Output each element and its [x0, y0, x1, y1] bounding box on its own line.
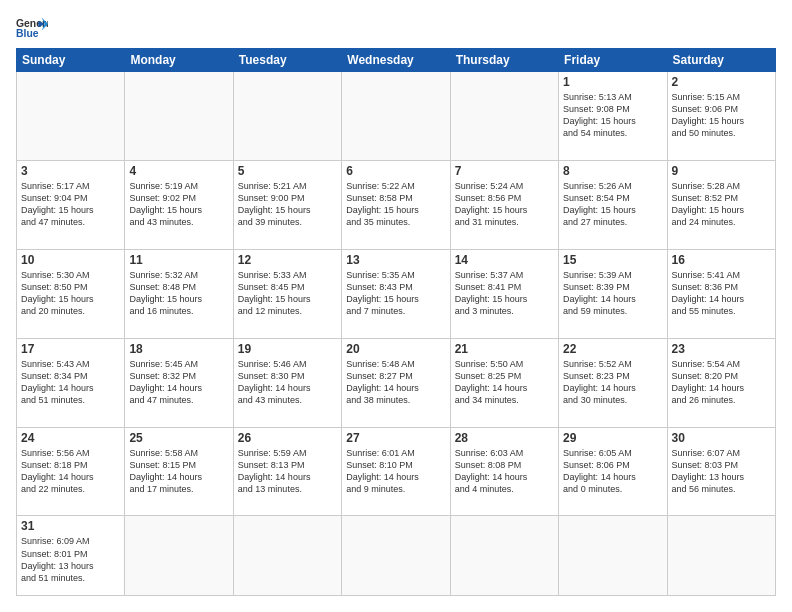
calendar-cell: 15Sunrise: 5:39 AM Sunset: 8:39 PM Dayli…	[559, 249, 667, 338]
calendar-cell: 7Sunrise: 5:24 AM Sunset: 8:56 PM Daylig…	[450, 160, 558, 249]
weekday-header-sunday: Sunday	[17, 49, 125, 72]
day-number: 3	[21, 164, 120, 178]
day-number: 23	[672, 342, 771, 356]
calendar-cell	[342, 72, 450, 161]
day-number: 17	[21, 342, 120, 356]
cell-content: Sunrise: 5:19 AM Sunset: 9:02 PM Dayligh…	[129, 180, 228, 229]
cell-content: Sunrise: 5:46 AM Sunset: 8:30 PM Dayligh…	[238, 358, 337, 407]
cell-content: Sunrise: 6:01 AM Sunset: 8:10 PM Dayligh…	[346, 447, 445, 496]
calendar-cell: 12Sunrise: 5:33 AM Sunset: 8:45 PM Dayli…	[233, 249, 341, 338]
day-number: 30	[672, 431, 771, 445]
cell-content: Sunrise: 5:22 AM Sunset: 8:58 PM Dayligh…	[346, 180, 445, 229]
general-blue-icon: General Blue	[16, 16, 48, 40]
day-number: 13	[346, 253, 445, 267]
calendar-cell: 24Sunrise: 5:56 AM Sunset: 8:18 PM Dayli…	[17, 427, 125, 516]
week-row-4: 24Sunrise: 5:56 AM Sunset: 8:18 PM Dayli…	[17, 427, 776, 516]
calendar-cell	[233, 516, 341, 596]
cell-content: Sunrise: 5:15 AM Sunset: 9:06 PM Dayligh…	[672, 91, 771, 140]
calendar-cell: 10Sunrise: 5:30 AM Sunset: 8:50 PM Dayli…	[17, 249, 125, 338]
day-number: 4	[129, 164, 228, 178]
calendar-cell: 27Sunrise: 6:01 AM Sunset: 8:10 PM Dayli…	[342, 427, 450, 516]
calendar-cell	[125, 516, 233, 596]
day-number: 11	[129, 253, 228, 267]
calendar-cell: 31Sunrise: 6:09 AM Sunset: 8:01 PM Dayli…	[17, 516, 125, 596]
cell-content: Sunrise: 6:09 AM Sunset: 8:01 PM Dayligh…	[21, 535, 120, 584]
calendar-cell: 29Sunrise: 6:05 AM Sunset: 8:06 PM Dayli…	[559, 427, 667, 516]
day-number: 10	[21, 253, 120, 267]
day-number: 1	[563, 75, 662, 89]
week-row-5: 31Sunrise: 6:09 AM Sunset: 8:01 PM Dayli…	[17, 516, 776, 596]
calendar-cell: 6Sunrise: 5:22 AM Sunset: 8:58 PM Daylig…	[342, 160, 450, 249]
cell-content: Sunrise: 5:39 AM Sunset: 8:39 PM Dayligh…	[563, 269, 662, 318]
day-number: 12	[238, 253, 337, 267]
calendar-cell: 4Sunrise: 5:19 AM Sunset: 9:02 PM Daylig…	[125, 160, 233, 249]
day-number: 18	[129, 342, 228, 356]
cell-content: Sunrise: 5:24 AM Sunset: 8:56 PM Dayligh…	[455, 180, 554, 229]
calendar-table: SundayMondayTuesdayWednesdayThursdayFrid…	[16, 48, 776, 596]
calendar-cell	[450, 72, 558, 161]
cell-content: Sunrise: 5:56 AM Sunset: 8:18 PM Dayligh…	[21, 447, 120, 496]
day-number: 14	[455, 253, 554, 267]
cell-content: Sunrise: 6:07 AM Sunset: 8:03 PM Dayligh…	[672, 447, 771, 496]
day-number: 20	[346, 342, 445, 356]
calendar-cell: 1Sunrise: 5:13 AM Sunset: 9:08 PM Daylig…	[559, 72, 667, 161]
calendar-cell: 28Sunrise: 6:03 AM Sunset: 8:08 PM Dayli…	[450, 427, 558, 516]
cell-content: Sunrise: 5:35 AM Sunset: 8:43 PM Dayligh…	[346, 269, 445, 318]
calendar-cell: 26Sunrise: 5:59 AM Sunset: 8:13 PM Dayli…	[233, 427, 341, 516]
weekday-header-tuesday: Tuesday	[233, 49, 341, 72]
week-row-2: 10Sunrise: 5:30 AM Sunset: 8:50 PM Dayli…	[17, 249, 776, 338]
cell-content: Sunrise: 5:17 AM Sunset: 9:04 PM Dayligh…	[21, 180, 120, 229]
day-number: 21	[455, 342, 554, 356]
day-number: 29	[563, 431, 662, 445]
cell-content: Sunrise: 5:33 AM Sunset: 8:45 PM Dayligh…	[238, 269, 337, 318]
calendar-cell: 11Sunrise: 5:32 AM Sunset: 8:48 PM Dayli…	[125, 249, 233, 338]
weekday-header-friday: Friday	[559, 49, 667, 72]
cell-content: Sunrise: 6:05 AM Sunset: 8:06 PM Dayligh…	[563, 447, 662, 496]
day-number: 27	[346, 431, 445, 445]
cell-content: Sunrise: 6:03 AM Sunset: 8:08 PM Dayligh…	[455, 447, 554, 496]
cell-content: Sunrise: 5:28 AM Sunset: 8:52 PM Dayligh…	[672, 180, 771, 229]
cell-content: Sunrise: 5:32 AM Sunset: 8:48 PM Dayligh…	[129, 269, 228, 318]
day-number: 24	[21, 431, 120, 445]
day-number: 6	[346, 164, 445, 178]
calendar-cell	[559, 516, 667, 596]
cell-content: Sunrise: 5:13 AM Sunset: 9:08 PM Dayligh…	[563, 91, 662, 140]
page: General Blue SundayMondayTuesdayWednesda…	[0, 0, 792, 612]
day-number: 16	[672, 253, 771, 267]
weekday-header-row: SundayMondayTuesdayWednesdayThursdayFrid…	[17, 49, 776, 72]
calendar-cell	[342, 516, 450, 596]
calendar-cell	[125, 72, 233, 161]
calendar-cell	[667, 516, 775, 596]
calendar-cell: 20Sunrise: 5:48 AM Sunset: 8:27 PM Dayli…	[342, 338, 450, 427]
weekday-header-thursday: Thursday	[450, 49, 558, 72]
calendar-cell: 13Sunrise: 5:35 AM Sunset: 8:43 PM Dayli…	[342, 249, 450, 338]
cell-content: Sunrise: 5:45 AM Sunset: 8:32 PM Dayligh…	[129, 358, 228, 407]
day-number: 28	[455, 431, 554, 445]
calendar-cell	[17, 72, 125, 161]
cell-content: Sunrise: 5:41 AM Sunset: 8:36 PM Dayligh…	[672, 269, 771, 318]
calendar-cell	[233, 72, 341, 161]
cell-content: Sunrise: 5:50 AM Sunset: 8:25 PM Dayligh…	[455, 358, 554, 407]
calendar-cell: 19Sunrise: 5:46 AM Sunset: 8:30 PM Dayli…	[233, 338, 341, 427]
calendar-cell: 8Sunrise: 5:26 AM Sunset: 8:54 PM Daylig…	[559, 160, 667, 249]
cell-content: Sunrise: 5:58 AM Sunset: 8:15 PM Dayligh…	[129, 447, 228, 496]
cell-content: Sunrise: 5:43 AM Sunset: 8:34 PM Dayligh…	[21, 358, 120, 407]
calendar-cell: 23Sunrise: 5:54 AM Sunset: 8:20 PM Dayli…	[667, 338, 775, 427]
calendar-cell: 14Sunrise: 5:37 AM Sunset: 8:41 PM Dayli…	[450, 249, 558, 338]
calendar-cell: 22Sunrise: 5:52 AM Sunset: 8:23 PM Dayli…	[559, 338, 667, 427]
week-row-0: 1Sunrise: 5:13 AM Sunset: 9:08 PM Daylig…	[17, 72, 776, 161]
day-number: 25	[129, 431, 228, 445]
day-number: 8	[563, 164, 662, 178]
cell-content: Sunrise: 5:37 AM Sunset: 8:41 PM Dayligh…	[455, 269, 554, 318]
calendar-cell: 3Sunrise: 5:17 AM Sunset: 9:04 PM Daylig…	[17, 160, 125, 249]
day-number: 19	[238, 342, 337, 356]
day-number: 31	[21, 519, 120, 533]
cell-content: Sunrise: 5:48 AM Sunset: 8:27 PM Dayligh…	[346, 358, 445, 407]
calendar-cell: 30Sunrise: 6:07 AM Sunset: 8:03 PM Dayli…	[667, 427, 775, 516]
day-number: 7	[455, 164, 554, 178]
week-row-3: 17Sunrise: 5:43 AM Sunset: 8:34 PM Dayli…	[17, 338, 776, 427]
header: General Blue	[16, 16, 776, 40]
cell-content: Sunrise: 5:21 AM Sunset: 9:00 PM Dayligh…	[238, 180, 337, 229]
day-number: 22	[563, 342, 662, 356]
calendar-cell: 5Sunrise: 5:21 AM Sunset: 9:00 PM Daylig…	[233, 160, 341, 249]
